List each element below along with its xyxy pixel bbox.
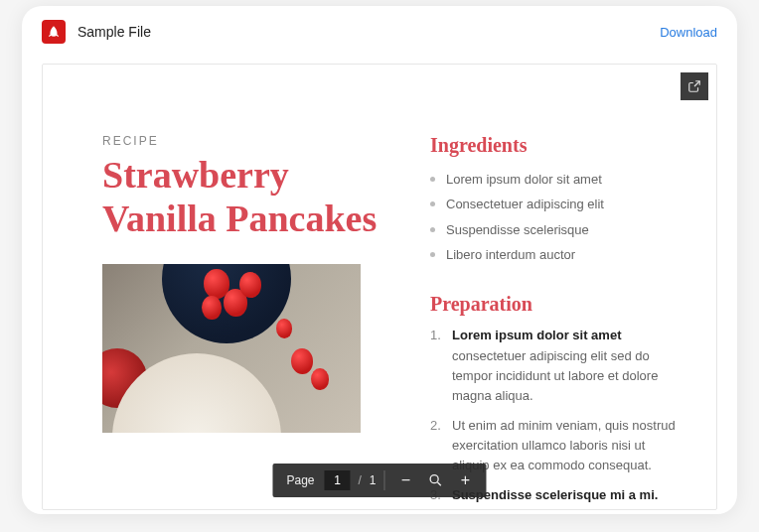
step-rest: consectetuer adipiscing elit sed do temp… xyxy=(452,348,658,403)
zoom-out-button[interactable]: − xyxy=(393,467,419,493)
preparation-heading: Preparation xyxy=(430,293,677,316)
ingredient-item: Libero interdum auctor xyxy=(430,242,677,267)
recipe-title: Strawberry Vanilla Pancakes xyxy=(102,154,380,240)
ingredients-heading: Ingredients xyxy=(430,134,677,157)
step-rest: Lorem ipsum dolor sit amet, consectetuer xyxy=(452,508,611,511)
app-card: Sample File Download RECIPE Strawberry V… xyxy=(22,6,737,514)
step-lead: Lorem ipsum dolor sit amet xyxy=(452,328,621,342)
left-column: RECIPE Strawberry Vanilla Pancakes xyxy=(102,134,380,510)
total-pages: 1 xyxy=(370,473,377,487)
pdf-icon xyxy=(42,20,66,44)
category-label: RECIPE xyxy=(102,134,380,148)
document-page: RECIPE Strawberry Vanilla Pancakes Ingre… xyxy=(43,65,716,510)
plus-icon: + xyxy=(461,471,470,489)
open-external-button[interactable] xyxy=(681,72,708,100)
toolbar-divider xyxy=(384,470,385,490)
zoom-in-button[interactable]: + xyxy=(453,467,479,493)
zoom-reset-button[interactable] xyxy=(423,467,449,493)
right-column: Ingredients Lorem ipsum dolor sit amet C… xyxy=(430,134,677,510)
recipe-photo xyxy=(102,264,361,433)
magnifier-icon xyxy=(428,472,444,488)
svg-point-0 xyxy=(430,475,438,483)
ingredient-item: Suspendisse scelerisque xyxy=(430,217,677,242)
file-title: Sample File xyxy=(77,24,151,40)
page-separator: / xyxy=(355,473,366,487)
ingredient-item: Consectetuer adipiscing elit xyxy=(430,192,677,216)
pdf-viewer: RECIPE Strawberry Vanilla Pancakes Ingre… xyxy=(42,64,717,510)
header-bar: Sample File Download xyxy=(22,6,737,54)
minus-icon: − xyxy=(401,471,410,489)
ingredient-item: Lorem ipsum dolor sit amet xyxy=(430,167,677,192)
pdf-toolbar: Page / 1 − + xyxy=(272,464,486,497)
current-page-input[interactable] xyxy=(325,470,351,490)
step-item: Lorem ipsum dolor sit amet consectetuer … xyxy=(430,326,677,406)
page-label: Page xyxy=(280,473,320,487)
download-link[interactable]: Download xyxy=(660,25,717,40)
open-external-icon xyxy=(687,79,701,93)
ingredients-list: Lorem ipsum dolor sit amet Consectetuer … xyxy=(430,167,677,267)
header-left: Sample File xyxy=(42,20,151,44)
